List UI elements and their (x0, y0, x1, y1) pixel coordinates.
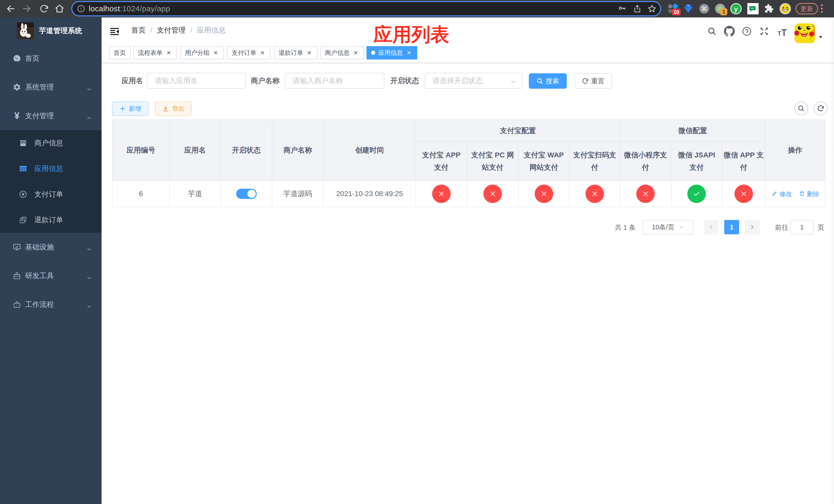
svg-text:y: y (734, 5, 738, 13)
svg-text:⌘: ⌘ (701, 5, 707, 12)
